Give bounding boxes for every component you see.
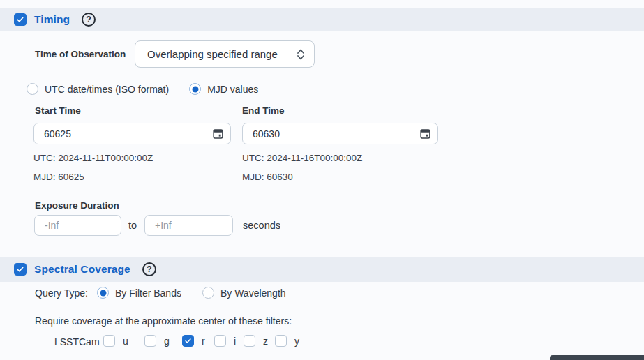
exposure-unit-text: seconds [243,220,280,231]
exposure-duration-label: Exposure Duration [35,200,119,211]
band-group-y: y [275,335,299,347]
spectral-section-header: Spectral Coverage ? [0,257,644,282]
by-filter-bands-radio[interactable] [97,287,109,299]
end-mjd-text: MJD: 60630 [242,172,293,182]
band-group-u: u [103,335,128,347]
time-of-observation-value: Overlapping specified range [147,48,278,60]
time-mode-radio-group: UTC date/times (ISO format) MJD values [27,83,258,95]
by-filter-bands-label[interactable]: By Filter Bands [115,287,181,299]
band-group-r: r [182,335,205,347]
query-type-radio-group: By Filter Bands By Wavelength [97,287,286,299]
start-utc-text: UTC: 2024-11-11T00:00:00Z [33,153,153,163]
select-chevrons-icon [297,48,305,61]
timing-section-header: Timing ? [0,8,644,31]
start-mjd-text: MJD: 60625 [33,172,84,182]
mjd-mode-radio[interactable] [189,83,201,95]
timing-section-checkbox[interactable] [14,13,27,26]
band-r-label[interactable]: r [202,336,205,347]
filters-instruction: Require coverage at the approximate cent… [35,315,292,327]
band-u-checkbox[interactable] [103,335,115,347]
end-utc-text: UTC: 2024-11-16T00:00:00Z [242,153,362,163]
timing-section-title: Timing [34,13,70,26]
start-time-field [33,123,231,144]
spectral-section-checkbox[interactable] [14,263,27,276]
checkmark-icon [16,265,24,273]
exposure-max-input[interactable] [145,216,225,235]
start-time-input[interactable] [34,123,213,144]
spectral-help-icon[interactable]: ? [142,262,156,276]
exposure-joiner-text: to [128,220,137,231]
camera-label: LSSTCam [54,336,100,347]
exposure-min-input[interactable] [35,216,114,235]
time-of-observation-select[interactable]: Overlapping specified range [135,40,315,68]
utc-mode-label[interactable]: UTC date/times (ISO format) [45,84,169,95]
spectral-section-title: Spectral Coverage [34,263,130,276]
band-z-label[interactable]: z [263,336,268,347]
checkmark-icon [184,337,192,345]
band-g-label[interactable]: g [164,336,170,347]
band-y-label[interactable]: y [294,336,299,347]
utc-mode-radio[interactable] [27,83,38,95]
band-g-checkbox[interactable] [144,335,156,347]
end-time-input[interactable] [243,123,420,144]
end-time-field [242,123,438,144]
start-calendar-icon[interactable] [213,128,223,139]
time-of-observation-label: Time of Observation [35,49,126,59]
start-time-label: Start Time [35,105,81,116]
band-u-label[interactable]: u [123,336,128,347]
end-calendar-icon[interactable] [420,128,430,139]
exposure-max-field [144,215,233,236]
band-group-g: g [144,335,170,347]
end-time-label: End Time [242,105,285,116]
by-wavelength-label[interactable]: By Wavelength [220,287,286,299]
by-wavelength-radio[interactable] [202,287,214,299]
band-group-i: i [214,335,236,347]
exposure-min-field [34,215,121,236]
band-group-z: z [244,335,268,347]
timing-help-icon[interactable]: ? [82,13,96,27]
checkmark-icon [16,15,24,24]
query-type-label: Query Type: [35,287,88,299]
band-i-checkbox[interactable] [214,335,226,347]
band-z-checkbox[interactable] [244,335,255,347]
band-r-checkbox[interactable] [182,335,194,347]
bottom-cutoff-bar [550,355,644,360]
band-i-label[interactable]: i [234,336,236,347]
band-y-checkbox[interactable] [275,335,287,347]
mjd-mode-label[interactable]: MJD values [207,84,258,95]
filter-bands-row: LSSTCam u g r i z y [0,335,644,349]
